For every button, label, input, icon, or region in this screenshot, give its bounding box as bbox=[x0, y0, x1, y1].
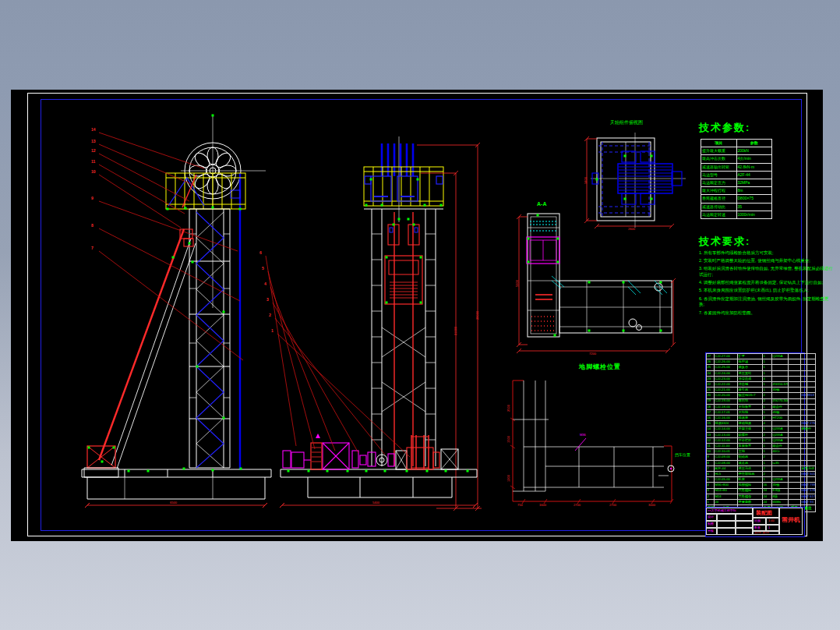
balloon-number: 5 bbox=[262, 267, 264, 271]
anchor-note: M36 bbox=[580, 434, 586, 437]
anchor-dim-left: 2500 bbox=[507, 405, 510, 412]
parts-table: 27CJJ-27-00护罩1Q235A26CJJ-26-00电控箱125CJJ-… bbox=[706, 353, 816, 512]
parts-row: 17CJJ-17-01天轮轴145钢 bbox=[707, 409, 816, 415]
parts-row: 20CJJ-20-00钢丝绳18×72GB 8918 bbox=[707, 393, 816, 398]
tech-params-title: 技术参数: bbox=[699, 122, 750, 133]
parts-row: 4M36×800地脚螺栓1635钢GB/T 799 bbox=[707, 483, 816, 488]
anchor-dim: 750 bbox=[517, 504, 523, 507]
balloon-number: 8 bbox=[91, 224, 94, 228]
anchor-dim-left: 1200 bbox=[507, 475, 510, 482]
requirement-item: 7. 各紧固件均应加防松垫圈。 bbox=[699, 310, 834, 317]
tech-params-rows: 项目参数提升最大载重200kN最高冲击次数4次/min减速器输出转矩42.8kN… bbox=[701, 140, 772, 219]
anchor-dim-left: 1500 bbox=[507, 436, 510, 443]
balloon-number: 10 bbox=[91, 170, 96, 174]
parts-row: 24CJJ-24-00液压泵站1 bbox=[707, 370, 816, 376]
parts-row: 15轴承6324滚动轴承4GB/T 276 bbox=[707, 421, 816, 426]
parts-row: 21CJJ-21-00提引器135钢 bbox=[707, 388, 816, 393]
tech-req-title: 技术要求: bbox=[699, 236, 750, 246]
scale-value: 1:40 bbox=[768, 519, 775, 522]
balloon-number: 2 bbox=[269, 313, 271, 317]
cad-screenshot: { "window": { "background_top": "#8b98ae… bbox=[0, 0, 840, 630]
balloon-number: 7 bbox=[91, 246, 94, 250]
anchor-dim: 2700 bbox=[609, 504, 616, 507]
param-row: 提升最大载重200kN bbox=[701, 147, 772, 155]
param-row: 最大冲程行程8m bbox=[701, 187, 772, 195]
dim-elev-outer: 28000 bbox=[476, 311, 479, 320]
role-draft: 制图 bbox=[708, 522, 714, 526]
parts-row: 27CJJ-27-00护罩1Q235A bbox=[707, 354, 816, 359]
balloon-number: 3 bbox=[266, 298, 269, 302]
balloon-number: 13 bbox=[91, 140, 96, 143]
anchor-dim: 1600 bbox=[539, 504, 546, 507]
dim-section-left: 5600 bbox=[516, 280, 519, 287]
section-label: A-A bbox=[537, 201, 546, 207]
parts-row: 25CJJ-25-00操纵台1 bbox=[707, 365, 816, 370]
parts-row: 16CJJ-16-00轴承座2HT200 bbox=[707, 416, 816, 421]
plan-view-label: 天轮组件俯视图 bbox=[610, 120, 643, 125]
scale-label: 比例 bbox=[754, 519, 761, 522]
dim-section-bottom: 7200 bbox=[589, 352, 596, 356]
balloon-number: 9 bbox=[91, 196, 94, 200]
parts-row: 19CJJ-19-00导向轮2ZG270-500 bbox=[707, 398, 816, 404]
parts-row: 124弹簧垫圈2465MnGB/T 93 bbox=[707, 499, 816, 504]
parts-row: 22CJJ-22-00冲击锤1ZG310-570 bbox=[707, 381, 816, 387]
parts-row: 11CJJ-11-00卷筒装置1组合件 bbox=[707, 444, 816, 449]
parts-row: 9CJJ-09-00制动器2 bbox=[707, 455, 816, 460]
param-row: 减速器输出转矩42.8kN·m bbox=[701, 163, 772, 171]
parts-row: 13CJJ-13-00斜撑杆2Q235A bbox=[707, 432, 816, 437]
balloon-number: 4 bbox=[264, 282, 266, 286]
parts-row: 5CJJ-05-00机座1Q235A bbox=[707, 477, 816, 483]
qty-label: 数量 bbox=[754, 526, 761, 529]
param-row: 马达额定压力32MPa bbox=[701, 179, 772, 186]
drawing-title: 凿井机 bbox=[782, 517, 800, 523]
parts-row: 6HL5弹性联轴器2GB/T 5014 bbox=[707, 471, 816, 476]
role-design: 设计 bbox=[708, 515, 714, 519]
dim-machine-base: 5400 bbox=[372, 501, 379, 504]
requirement-item: 5. 本机床身周围应设置防护栏(未画出), 防止护栏坠落伤人; bbox=[699, 288, 834, 294]
dim-plan-left: 3400 bbox=[584, 177, 588, 184]
requirement-item: 6. 各润滑件应定期加注润滑油, 钢丝绳及胶带为易损件, 应定期检查更换; bbox=[699, 296, 834, 308]
parts-row: 14CJJ-14-00井架主体1Q235A焊接件 bbox=[707, 426, 816, 432]
balloon-number: 6 bbox=[259, 251, 262, 255]
param-row: 马达额定转速1000r/min bbox=[701, 211, 772, 218]
anchor-point-label: 挡车位置 bbox=[675, 453, 690, 457]
parts-row: 18CJJ-18-00天轮装置1组合件 bbox=[707, 404, 816, 409]
sheet-info: 共1张 第1张 bbox=[754, 532, 769, 535]
balloon-number: 11 bbox=[91, 160, 95, 164]
parts-row: 12CJJ-12-00平台栏杆1Q235A bbox=[707, 437, 816, 443]
dim-elev-inner: 21000 bbox=[454, 327, 457, 335]
param-row: 卷筒规格直径D800×75 bbox=[701, 195, 772, 203]
requirement-item: 3. 组装好后润滑各转动件使传动自如, 无异常噪音, 整机装配后必须进行试运行; bbox=[699, 266, 834, 278]
anchor-dim: 2700 bbox=[574, 504, 581, 507]
param-row: 马达型号A2F-44 bbox=[701, 171, 772, 179]
param-row: 项目参数 bbox=[701, 140, 772, 147]
title-block: ××大学机械工程学院 设计 制图 审核 装配图 比例 1:40 数量 1 共1张… bbox=[705, 507, 805, 537]
parts-rows: 27CJJ-27-00护罩1Q235A26CJJ-26-00电控箱125CJJ-… bbox=[707, 354, 816, 512]
title-block-unit: ××大学机械工程学院 bbox=[708, 509, 736, 512]
param-row: 减速器传动比35 bbox=[701, 203, 772, 211]
parts-row: 2M24六角螺母248级GB/T 6170 bbox=[707, 494, 816, 499]
requirement-item: 4. 调整好底部丝绳张紧程度并将设备固定, 保证钻具上下运行自如; bbox=[699, 280, 834, 286]
dim-base-width: 6500 bbox=[170, 501, 177, 504]
balloon-number: 14 bbox=[91, 128, 96, 132]
role-check: 审核 bbox=[708, 529, 714, 533]
parts-row: 23CJJ-23-00油管总成4 bbox=[707, 376, 816, 381]
qty-value: 1 bbox=[768, 526, 770, 529]
requirement-item: 2. 安装时严格调整天轮的位置, 使钢丝绳与井架中心线重合; bbox=[699, 258, 834, 264]
anchor-plan-title: 地脚螺栓位置 bbox=[579, 364, 621, 370]
parts-list: 27CJJ-27-00护罩1Q235A26CJJ-26-00电控箱125CJJ-… bbox=[705, 352, 805, 513]
param-row: 最高冲击次数4次/min bbox=[701, 155, 772, 163]
drawing-type: 装配图 bbox=[756, 510, 772, 515]
parts-row: 3M24×80六角螺栓248.8级GB/T 5782 bbox=[707, 488, 816, 494]
parts-row: 10CJJ-10-01主轴140Cr bbox=[707, 449, 816, 455]
parts-row: 8CJJ-08-00减速器1i=35 bbox=[707, 460, 816, 465]
parts-row: 26CJJ-26-00电控箱1 bbox=[707, 359, 816, 365]
anchor-dim: 3000 bbox=[648, 504, 655, 507]
dim-plan-bottom: 2600 bbox=[628, 228, 635, 231]
sheet-border-inner bbox=[41, 99, 802, 531]
parts-row: 7A2F-44液压马达2定量马达 bbox=[707, 465, 816, 471]
tech-req-list: 1. 所有零部件均须检验合格后方可安装;2. 安装时严格调整天轮的位置, 使钢丝… bbox=[699, 250, 834, 318]
balloon-number: 12 bbox=[91, 149, 96, 153]
tech-params-table: 项目参数提升最大载重200kN最高冲击次数4次/min减速器输出转矩42.8kN… bbox=[701, 139, 772, 219]
balloon-number: 1 bbox=[271, 329, 274, 333]
